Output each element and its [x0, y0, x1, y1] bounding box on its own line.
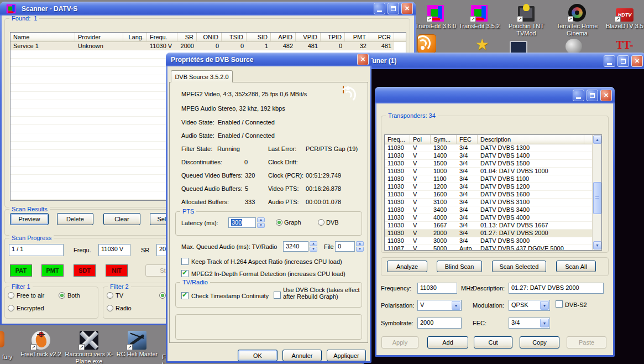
- transponder-row[interactable]: 11030V13003/4DATV DVBS 1300: [385, 144, 601, 152]
- scanner-titlebar[interactable]: Scanner - DATV-S ✕: [0, 2, 416, 15]
- transponder-cell[interactable]: 2000: [431, 230, 457, 237]
- scanner-column-header[interactable]: APID: [271, 33, 296, 42]
- transponder-row[interactable]: 11030V20003/401.27: DATV DVBS 2000: [385, 230, 601, 237]
- dvb-radio[interactable]: [318, 219, 324, 226]
- transponder-cell[interactable]: 01.13: DATV DVBS 1667: [478, 222, 584, 229]
- file-input[interactable]: 0: [335, 241, 355, 252]
- transponder-cell[interactable]: 3400: [431, 206, 457, 214]
- latency-input[interactable]: 300: [228, 217, 256, 228]
- apply-button[interactable]: Apply: [381, 336, 418, 349]
- transponder-row[interactable]: 11030V14003/4DATV DVBS 1400: [385, 152, 601, 160]
- transponder-cell[interactable]: 3/4: [457, 206, 478, 214]
- dialog-titlebar[interactable]: Propriétés de DVB Source ✕: [166, 53, 371, 66]
- scanner-column-header[interactable]: TPID: [321, 33, 345, 42]
- transponder-row[interactable]: 11030V12003/4DATV DVBS 1200: [385, 183, 601, 191]
- transponder-cell[interactable]: DATV DVBS 1500: [478, 160, 584, 167]
- transponder-cell[interactable]: DATV DVBS 3100: [478, 199, 584, 206]
- modulation-select[interactable]: QPSK▼: [509, 300, 550, 311]
- transponder-cell[interactable]: 01.04: DATV DVBS 1000: [478, 168, 584, 175]
- maximize-button[interactable]: [587, 90, 598, 101]
- transponder-cell[interactable]: V: [410, 214, 431, 221]
- desktop-icon-tt[interactable]: TT-: [612, 33, 637, 53]
- mpeg2-checkbox[interactable]: ✔: [181, 270, 189, 277]
- description-input[interactable]: 01.27: DATV DVBS 2000: [509, 283, 604, 294]
- ok-button[interactable]: OK: [238, 350, 278, 361]
- transponder-cell[interactable]: V: [410, 222, 431, 229]
- timestamp-checkbox[interactable]: ✔: [181, 292, 189, 299]
- transponder-cell[interactable]: V: [410, 230, 431, 237]
- transponder-cell[interactable]: 11030: [385, 237, 410, 245]
- transponder-row[interactable]: 11030V16673/401.13: DATV DVBS 1667: [385, 222, 601, 230]
- transponder-cell[interactable]: 3/4: [457, 175, 478, 183]
- tab-dvb-source[interactable]: DVB Source 3.5.2.0: [171, 70, 233, 82]
- transponder-cell[interactable]: DATV DVBS 3400: [478, 206, 584, 214]
- transponder-column-header[interactable]: Freq...: [385, 135, 410, 144]
- service-cell[interactable]: 0: [321, 42, 345, 50]
- transponder-cell[interactable]: 11030: [385, 222, 410, 229]
- close-button[interactable]: ✕: [600, 90, 612, 101]
- scanner-column-header[interactable]: SID: [247, 33, 271, 42]
- filter2-both-radio[interactable]: [159, 292, 166, 299]
- transponder-row[interactable]: 11030V34003/4DATV DVBS 3400: [385, 206, 601, 214]
- scanner-column-header[interactable]: Lang.: [123, 33, 147, 42]
- frequency-field[interactable]: 11030 V: [98, 244, 130, 256]
- transponder-cell[interactable]: V: [410, 168, 431, 175]
- transponder-cell[interactable]: V: [410, 144, 431, 152]
- transponder-cell[interactable]: 11030: [385, 183, 410, 190]
- transponder-cell[interactable]: V: [410, 183, 431, 190]
- close-button[interactable]: ✕: [631, 55, 643, 67]
- transponder-cell[interactable]: 3/4: [457, 230, 478, 237]
- use-dvb-clock-checkbox[interactable]: [274, 292, 281, 299]
- paste-button[interactable]: Paste: [567, 336, 606, 349]
- symbolrate-input[interactable]: 2000: [417, 318, 462, 329]
- transponder-cell[interactable]: 4000: [431, 214, 457, 221]
- service-cell[interactable]: Service 1: [11, 42, 75, 50]
- transponder-cell[interactable]: 11030: [385, 214, 410, 221]
- scanner-column-header[interactable]: Name: [11, 33, 75, 42]
- transponder-cell[interactable]: 3/4: [457, 168, 478, 175]
- scanner-column-header[interactable]: Frequ.: [147, 33, 177, 42]
- scroll-thumb[interactable]: [593, 182, 601, 214]
- transponder-cell[interactable]: Auto: [457, 245, 478, 251]
- blind-scan-button[interactable]: Blind Scan: [437, 261, 482, 272]
- transponder-cell[interactable]: 1500: [431, 160, 457, 167]
- service-cell[interactable]: [123, 42, 147, 50]
- both-radio[interactable]: [59, 292, 65, 299]
- transponder-cell[interactable]: DATV DVBS 3000: [478, 237, 584, 245]
- transponder-cell[interactable]: V: [410, 237, 431, 245]
- minimize-button[interactable]: [573, 90, 584, 101]
- add-button[interactable]: Add: [427, 336, 468, 349]
- transponder-cell[interactable]: V: [410, 175, 431, 183]
- transponder-cell[interactable]: V: [410, 206, 431, 214]
- transponder-cell[interactable]: DATV DVBS 1400: [478, 152, 584, 159]
- apply-button[interactable]: Appliquer: [327, 350, 366, 361]
- desktop-icon-terratec[interactable]: ↗ TerraTec Home Cinema: [553, 2, 601, 37]
- transponder-cell[interactable]: V: [410, 152, 431, 159]
- transponder-cell[interactable]: 1400: [431, 152, 457, 159]
- scanner-column-header[interactable]: ONID: [197, 33, 222, 42]
- transponder-cell[interactable]: 1000: [431, 168, 457, 175]
- service-cell[interactable]: 0: [197, 42, 222, 50]
- transponder-cell[interactable]: 11030: [385, 191, 410, 198]
- desktop-icon-transedit-352[interactable]: ↗ TransEdit 3.5.2: [456, 2, 502, 30]
- cancel-button[interactable]: Annuler: [282, 350, 322, 361]
- transponder-cell[interactable]: 3/4: [457, 160, 478, 167]
- fury-icon[interactable]: [0, 331, 4, 347]
- graph-radio[interactable]: [276, 219, 282, 226]
- transponder-cell[interactable]: 11030: [385, 230, 410, 237]
- service-cell[interactable]: 1: [247, 42, 271, 50]
- desktop-icon-dvbsource[interactable]: [416, 33, 438, 53]
- service-cell[interactable]: 481: [369, 42, 394, 50]
- max-queued-spinner[interactable]: ▲▼: [310, 241, 317, 252]
- desktop-icon-freetrack[interactable]: ↗ FreeTrack v2.2: [19, 330, 63, 358]
- transponder-cell[interactable]: 1600: [431, 191, 457, 198]
- transponder-cell[interactable]: 1667: [431, 222, 457, 229]
- scanner-column-header[interactable]: TSID: [222, 33, 247, 42]
- transponder-row[interactable]: 11030V40003/4DATV DVBS 4000: [385, 214, 601, 222]
- encrypted-radio[interactable]: [8, 305, 14, 311]
- max-queued-tv-input[interactable]: 3240: [283, 241, 308, 252]
- transponder-cell[interactable]: 3/4: [457, 152, 478, 159]
- transponder-cell[interactable]: DATV DVBS 1600: [478, 191, 584, 198]
- transponder-cell[interactable]: 3/4: [457, 222, 478, 229]
- transponder-cell[interactable]: V: [410, 245, 431, 251]
